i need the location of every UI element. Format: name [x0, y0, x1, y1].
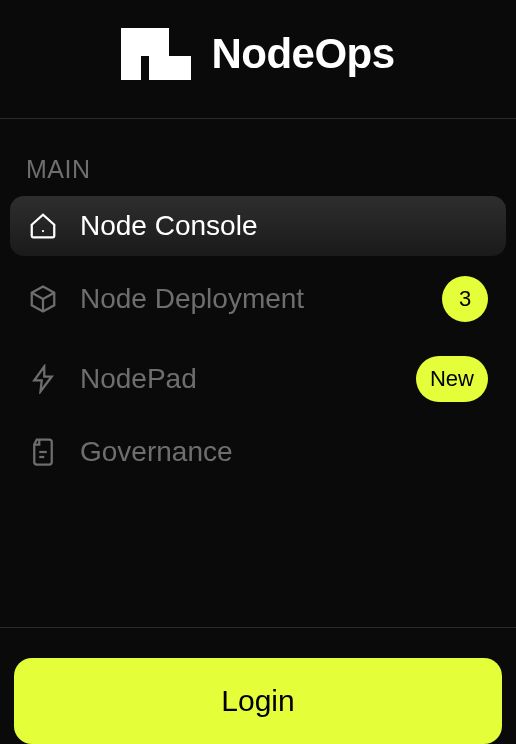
home-icon: [28, 211, 58, 241]
login-button[interactable]: Login: [14, 658, 502, 744]
cube-icon: [28, 284, 58, 314]
svg-rect-0: [121, 28, 169, 56]
nav-item-node-console[interactable]: Node Console: [10, 196, 506, 256]
new-badge: New: [416, 356, 488, 402]
section-label-main: MAIN: [0, 119, 516, 196]
nav-item-governance[interactable]: Governance: [10, 422, 506, 482]
footer: Login: [0, 627, 516, 744]
svg-rect-2: [149, 56, 191, 80]
nav-label: Governance: [80, 436, 488, 468]
nav-item-node-deployment[interactable]: Node Deployment 3: [10, 262, 506, 336]
bolt-icon: [28, 364, 58, 394]
nav-label: Node Deployment: [80, 283, 442, 315]
count-badge: 3: [442, 276, 488, 322]
main-nav: Node Console Node Deployment 3 NodePad N…: [0, 196, 516, 627]
svg-rect-1: [121, 56, 141, 80]
brand-name: NodeOps: [211, 30, 394, 78]
nav-item-nodepad[interactable]: NodePad New: [10, 342, 506, 416]
nav-label: NodePad: [80, 363, 416, 395]
nav-label: Node Console: [80, 210, 488, 242]
app-header: NodeOps: [0, 0, 516, 119]
svg-point-3: [42, 230, 44, 232]
logo-icon: [121, 28, 191, 80]
document-icon: [28, 437, 58, 467]
